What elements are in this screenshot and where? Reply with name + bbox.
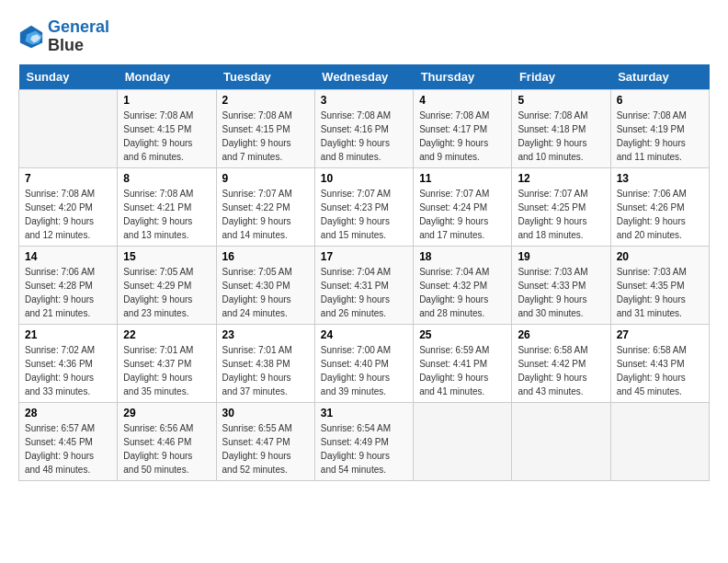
day-number: 20 (617, 250, 703, 263)
calendar-cell (610, 402, 709, 480)
day-number: 25 (419, 328, 506, 341)
calendar-header: SundayMondayTuesdayWednesdayThursdayFrid… (19, 64, 710, 90)
day-number: 9 (222, 172, 309, 185)
day-detail: Sunrise: 7:07 AMSunset: 4:25 PMDaylight:… (518, 187, 604, 242)
calendar-cell: 3Sunrise: 7:08 AMSunset: 4:16 PMDaylight… (314, 89, 413, 167)
day-detail: Sunrise: 6:58 AMSunset: 4:43 PMDaylight:… (617, 343, 703, 398)
day-number: 21 (25, 328, 111, 341)
calendar-cell: 14Sunrise: 7:06 AMSunset: 4:28 PMDayligh… (19, 246, 118, 324)
header-cell-sunday: Sunday (19, 64, 118, 90)
day-detail: Sunrise: 7:00 AMSunset: 4:40 PMDaylight:… (321, 343, 407, 398)
calendar-cell: 18Sunrise: 7:04 AMSunset: 4:32 PMDayligh… (414, 246, 512, 324)
day-detail: Sunrise: 7:03 AMSunset: 4:35 PMDaylight:… (617, 265, 703, 320)
day-number: 14 (25, 250, 111, 263)
calendar-cell: 6Sunrise: 7:08 AMSunset: 4:19 PMDaylight… (610, 89, 709, 167)
day-detail: Sunrise: 6:56 AMSunset: 4:46 PMDaylight:… (123, 421, 210, 477)
day-detail: Sunrise: 7:08 AMSunset: 4:15 PMDaylight:… (123, 109, 210, 164)
calendar-cell: 23Sunrise: 7:01 AMSunset: 4:38 PMDayligh… (216, 324, 314, 402)
day-number: 24 (321, 328, 407, 341)
day-number: 23 (222, 328, 309, 341)
week-row-1: 1Sunrise: 7:08 AMSunset: 4:15 PMDaylight… (19, 89, 710, 167)
day-number: 16 (222, 250, 309, 263)
calendar-cell: 25Sunrise: 6:59 AMSunset: 4:41 PMDayligh… (414, 324, 512, 402)
day-number: 2 (222, 94, 309, 107)
calendar-cell: 30Sunrise: 6:55 AMSunset: 4:47 PMDayligh… (216, 402, 314, 480)
calendar-cell: 26Sunrise: 6:58 AMSunset: 4:42 PMDayligh… (512, 324, 610, 402)
calendar-cell: 22Sunrise: 7:01 AMSunset: 4:37 PMDayligh… (118, 324, 216, 402)
calendar-cell: 15Sunrise: 7:05 AMSunset: 4:29 PMDayligh… (118, 246, 216, 324)
day-number: 26 (518, 328, 604, 341)
day-number: 27 (617, 328, 703, 341)
logo-text: General Blue (48, 18, 109, 55)
calendar-cell: 24Sunrise: 7:00 AMSunset: 4:40 PMDayligh… (314, 324, 413, 402)
day-number: 11 (419, 172, 506, 185)
calendar-cell: 20Sunrise: 7:03 AMSunset: 4:35 PMDayligh… (610, 246, 709, 324)
header-cell-wednesday: Wednesday (314, 64, 413, 90)
day-number: 30 (222, 407, 309, 419)
calendar-cell (414, 402, 512, 480)
day-detail: Sunrise: 7:06 AMSunset: 4:28 PMDaylight:… (25, 265, 111, 320)
header-cell-tuesday: Tuesday (216, 64, 314, 90)
day-number: 28 (25, 407, 111, 419)
week-row-2: 7Sunrise: 7:08 AMSunset: 4:20 PMDaylight… (19, 167, 710, 246)
day-detail: Sunrise: 6:58 AMSunset: 4:42 PMDaylight:… (518, 343, 604, 398)
header-cell-saturday: Saturday (610, 64, 709, 90)
header-cell-monday: Monday (118, 64, 216, 90)
day-detail: Sunrise: 7:08 AMSunset: 4:21 PMDaylight:… (123, 187, 210, 242)
day-number: 4 (419, 94, 506, 107)
day-detail: Sunrise: 6:54 AMSunset: 4:49 PMDaylight:… (321, 421, 407, 477)
day-number: 18 (419, 250, 506, 263)
week-row-4: 21Sunrise: 7:02 AMSunset: 4:36 PMDayligh… (19, 324, 710, 402)
calendar-cell: 11Sunrise: 7:07 AMSunset: 4:24 PMDayligh… (414, 167, 512, 246)
day-number: 6 (617, 94, 703, 107)
day-detail: Sunrise: 7:07 AMSunset: 4:22 PMDaylight:… (222, 187, 309, 242)
day-number: 31 (321, 407, 407, 419)
day-number: 17 (321, 250, 407, 263)
week-row-5: 28Sunrise: 6:57 AMSunset: 4:45 PMDayligh… (19, 402, 710, 480)
day-number: 3 (321, 94, 407, 107)
logo-icon (18, 24, 44, 50)
calendar-cell: 19Sunrise: 7:03 AMSunset: 4:33 PMDayligh… (512, 246, 610, 324)
calendar-cell (512, 402, 610, 480)
header-row: SundayMondayTuesdayWednesdayThursdayFrid… (19, 64, 710, 90)
day-detail: Sunrise: 7:02 AMSunset: 4:36 PMDaylight:… (25, 343, 111, 398)
calendar-cell: 8Sunrise: 7:08 AMSunset: 4:21 PMDaylight… (118, 167, 216, 246)
day-number: 10 (321, 172, 407, 185)
header-cell-friday: Friday (512, 64, 610, 90)
calendar-cell: 16Sunrise: 7:05 AMSunset: 4:30 PMDayligh… (216, 246, 314, 324)
day-detail: Sunrise: 7:08 AMSunset: 4:18 PMDaylight:… (518, 109, 604, 164)
calendar-body: 1Sunrise: 7:08 AMSunset: 4:15 PMDaylight… (19, 89, 710, 480)
day-detail: Sunrise: 6:57 AMSunset: 4:45 PMDaylight:… (25, 421, 111, 477)
week-row-3: 14Sunrise: 7:06 AMSunset: 4:28 PMDayligh… (19, 246, 710, 324)
calendar-cell: 31Sunrise: 6:54 AMSunset: 4:49 PMDayligh… (314, 402, 413, 480)
day-detail: Sunrise: 7:05 AMSunset: 4:30 PMDaylight:… (222, 265, 309, 320)
calendar-cell: 1Sunrise: 7:08 AMSunset: 4:15 PMDaylight… (118, 89, 216, 167)
day-detail: Sunrise: 7:08 AMSunset: 4:20 PMDaylight:… (25, 187, 111, 242)
calendar-cell: 12Sunrise: 7:07 AMSunset: 4:25 PMDayligh… (512, 167, 610, 246)
day-detail: Sunrise: 7:01 AMSunset: 4:37 PMDaylight:… (123, 343, 210, 398)
calendar-cell: 27Sunrise: 6:58 AMSunset: 4:43 PMDayligh… (610, 324, 709, 402)
day-number: 13 (617, 172, 703, 185)
day-detail: Sunrise: 7:06 AMSunset: 4:26 PMDaylight:… (617, 187, 703, 242)
calendar-cell: 9Sunrise: 7:07 AMSunset: 4:22 PMDaylight… (216, 167, 314, 246)
day-number: 7 (25, 172, 111, 185)
day-detail: Sunrise: 7:04 AMSunset: 4:31 PMDaylight:… (321, 265, 407, 320)
day-detail: Sunrise: 7:08 AMSunset: 4:15 PMDaylight:… (222, 109, 309, 164)
day-number: 12 (518, 172, 604, 185)
calendar-cell: 4Sunrise: 7:08 AMSunset: 4:17 PMDaylight… (414, 89, 512, 167)
calendar-cell: 28Sunrise: 6:57 AMSunset: 4:45 PMDayligh… (19, 402, 118, 480)
calendar-cell: 5Sunrise: 7:08 AMSunset: 4:18 PMDaylight… (512, 89, 610, 167)
day-detail: Sunrise: 7:08 AMSunset: 4:16 PMDaylight:… (321, 109, 407, 164)
day-detail: Sunrise: 7:08 AMSunset: 4:17 PMDaylight:… (419, 109, 506, 164)
calendar-table: SundayMondayTuesdayWednesdayThursdayFrid… (18, 64, 710, 481)
day-number: 8 (123, 172, 210, 185)
day-number: 29 (123, 407, 210, 419)
header-cell-thursday: Thursday (414, 64, 512, 90)
day-number: 15 (123, 250, 210, 263)
day-number: 22 (123, 328, 210, 341)
day-detail: Sunrise: 7:08 AMSunset: 4:19 PMDaylight:… (617, 109, 703, 164)
day-detail: Sunrise: 7:04 AMSunset: 4:32 PMDaylight:… (419, 265, 506, 320)
calendar-cell: 13Sunrise: 7:06 AMSunset: 4:26 PMDayligh… (610, 167, 709, 246)
day-number: 1 (123, 94, 210, 107)
day-detail: Sunrise: 7:07 AMSunset: 4:23 PMDaylight:… (321, 187, 407, 242)
